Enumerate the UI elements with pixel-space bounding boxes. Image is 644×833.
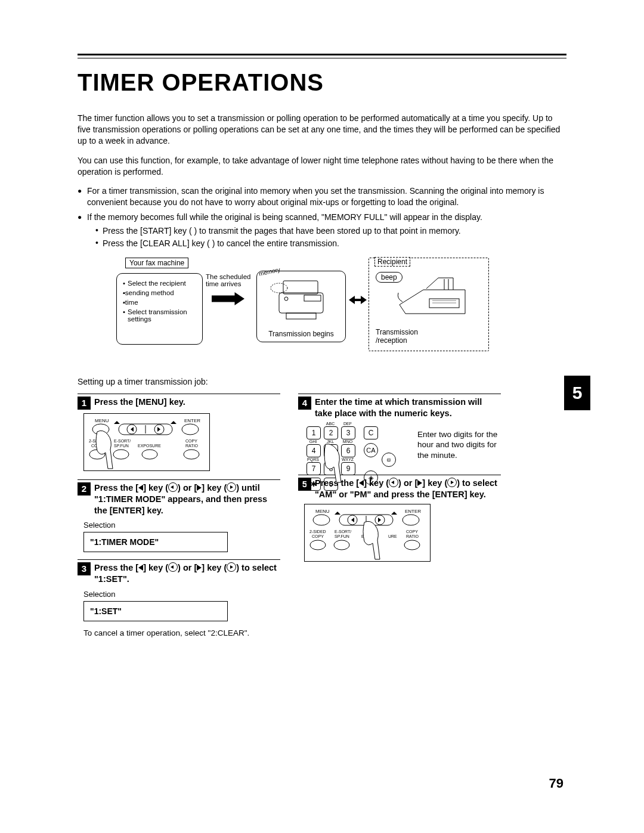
display-box-3: "1:SET" (83, 601, 228, 621)
step-3-num: 3 (78, 562, 91, 575)
page-title: TIMER OPERATIONS (78, 69, 566, 96)
svg-text:SP.FUN: SP.FUN (114, 444, 129, 448)
step-3-title: Press the [] key () or [] key () to sele… (94, 562, 280, 585)
svg-point-4 (284, 297, 288, 301)
step-3-note: To cancel a timer operation, select "2:C… (83, 628, 280, 637)
arrow-icon (212, 292, 244, 305)
svg-text:RATIO: RATIO (185, 444, 198, 448)
svg-text:2-SIDED: 2-SIDED (309, 529, 326, 534)
svg-rect-2 (286, 313, 316, 319)
left-triangle-icon (138, 565, 143, 571)
chapter-tab: 5 (564, 376, 590, 410)
step-4-num: 4 (298, 397, 311, 410)
selection-label-3: Selection (83, 590, 280, 599)
bullet-1: For a timer transmission, scan the origi… (78, 185, 566, 208)
right-key-icon (227, 562, 236, 572)
step-1-num: 1 (78, 397, 91, 410)
mfp-box: Transmission begins (256, 271, 346, 342)
svg-text:E-SORT/: E-SORT/ (335, 529, 351, 534)
bullet-2: If the memory becomes full while the ori… (78, 212, 566, 249)
svg-text:COPY: COPY (406, 529, 418, 534)
step-2: 2 Press the [] key () or [] key () until… (78, 479, 280, 553)
svg-rect-0 (279, 293, 323, 313)
step-4-note: Enter two digits for the hour and two di… (417, 429, 498, 461)
svg-text:EXPOSURE: EXPOSURE (138, 444, 161, 448)
svg-text:RATIO: RATIO (406, 534, 419, 538)
svg-text:COPY: COPY (185, 439, 197, 443)
step-1: 1 Press the [MENU] key. MENU ENTER (78, 394, 280, 471)
intro-p2: You can use this function, for example, … (78, 155, 566, 178)
right-column: 4 Enter the time at which transmission w… (298, 394, 501, 570)
intro-block: The timer function allows you to set a t… (78, 113, 566, 177)
svg-point-34 (313, 515, 330, 525)
svg-point-12 (182, 424, 199, 435)
svg-marker-39 (351, 518, 354, 522)
header-rule (78, 54, 566, 58)
svg-text:E-SORT/: E-SORT/ (114, 439, 131, 443)
settings-box: Select the recipient -sending method -ti… (116, 273, 203, 345)
svg-marker-40 (378, 518, 381, 522)
intro-p1: The timer function allows you to set a t… (78, 113, 566, 147)
svg-marker-20 (171, 421, 177, 424)
svg-point-31 (184, 450, 199, 459)
selection-label-2: Selection (83, 521, 280, 529)
display-box-2: "1:TIMER MODE" (83, 532, 228, 552)
recipient-fax-icon (394, 272, 477, 326)
step-2-title: Press the [] key () or [] key () until "… (94, 482, 280, 516)
double-arrow-icon (349, 296, 367, 304)
right-key-icon (447, 478, 457, 487)
svg-point-35 (402, 515, 419, 525)
recipient-label: Recipient (374, 257, 410, 267)
right-key-icon (227, 482, 236, 492)
svg-marker-19 (114, 421, 120, 424)
recipient-caption: Transmission /reception (376, 328, 447, 345)
svg-text:MENU: MENU (315, 509, 330, 514)
bullet-list: For a timer transmission, scan the origi… (78, 185, 566, 249)
mfp-icon (268, 275, 334, 323)
step-3: 3 Press the [] key () or [] key () to se… (78, 559, 280, 637)
svg-point-52 (310, 540, 326, 550)
panel-illustration-5: MENU ENTER 2-SIDED E-SORT/ (304, 504, 431, 562)
svg-text:SP.FUN: SP.FUN (335, 534, 349, 538)
lead-text: Setting up a timer transmission job: (78, 377, 566, 386)
menu-label: MENU (95, 418, 109, 423)
panel-illustration-1: MENU ENTER 2-SIDED E-SORT/ (83, 413, 210, 471)
svg-marker-16 (131, 427, 134, 432)
svg-point-53 (334, 540, 349, 550)
svg-marker-42 (335, 512, 340, 515)
left-key-icon (168, 482, 178, 492)
left-key-icon (168, 562, 178, 572)
step-1-title: Press the [MENU] key. (94, 397, 185, 408)
enter-label: ENTER (184, 418, 200, 423)
svg-point-54 (404, 540, 420, 550)
bullet-2a: Press the [START] key ( ) to transmit th… (95, 225, 566, 237)
svg-text:URE: URE (388, 534, 397, 538)
step-2-num: 2 (78, 482, 91, 496)
flow-diagram: Your fax machine Select the recipient -s… (78, 258, 566, 359)
svg-rect-8 (429, 299, 459, 308)
svg-text:ENTER: ENTER (405, 509, 421, 514)
svg-point-30 (142, 450, 157, 459)
svg-marker-17 (157, 427, 160, 432)
svg-point-29 (113, 450, 129, 459)
svg-rect-1 (283, 281, 318, 294)
your-fax-label: Your fax machine (125, 258, 188, 268)
step-4-title: Enter the time at which transmission wil… (315, 397, 501, 419)
arrow-caption: The scheduled time arrives (206, 273, 262, 287)
svg-marker-43 (391, 512, 397, 515)
mfp-caption: Transmission begins (257, 330, 345, 338)
svg-point-5 (271, 283, 287, 293)
left-triangle-icon (138, 485, 143, 491)
bullet-2b: Press the [CLEAR ALL] key ( ) to cancel … (95, 238, 566, 249)
page-number: 79 (549, 776, 564, 791)
svg-text:COPY: COPY (312, 534, 324, 538)
left-column: 1 Press the [MENU] key. MENU ENTER (78, 394, 280, 641)
svg-rect-3 (304, 295, 321, 301)
step-4: 4 Enter the time at which transmission w… (298, 394, 501, 460)
